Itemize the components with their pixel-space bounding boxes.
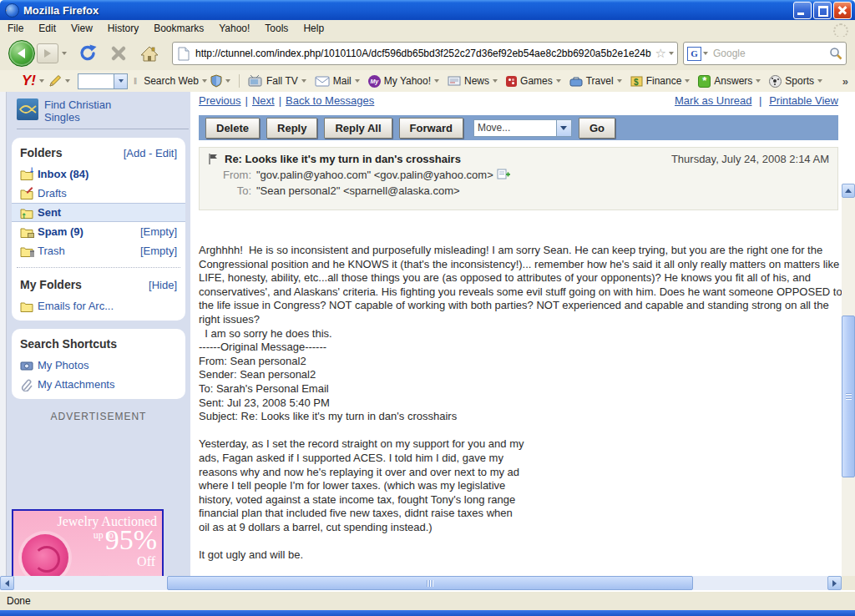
close-button[interactable] (833, 2, 852, 19)
my-yahoo-dropdown-icon[interactable] (434, 79, 439, 83)
folders-title: Folders (20, 146, 63, 159)
my-folders-hide-link[interactable]: [Hide] (149, 279, 177, 291)
home-icon (139, 45, 159, 63)
address-input[interactable] (194, 47, 653, 60)
url-dropdown-icon[interactable] (669, 52, 674, 55)
move-dropdown-icon[interactable] (556, 120, 571, 136)
toolbar-item-news[interactable]: News (448, 75, 498, 87)
previous-link[interactable]: Previous (199, 94, 241, 107)
sidebar-item-spam[interactable]: Spam (9) [Empty] (12, 222, 185, 241)
title-bar: Mozilla Firefox (0, 0, 855, 20)
find-christian-singles-link[interactable]: Find Christian Singles (7, 92, 190, 129)
mark-as-unread-link[interactable]: Mark as Unread (675, 94, 751, 107)
shield-dropdown-icon[interactable] (225, 79, 230, 83)
minimize-button[interactable] (793, 2, 812, 19)
toolbar-item-answers[interactable]: * Answers (698, 75, 761, 88)
menu-bar: File Edit View History Bookmarks Yahoo! … (0, 20, 855, 38)
vertical-scroll-thumb[interactable] (842, 316, 855, 477)
forward-button-mail[interactable]: Forward (399, 118, 463, 139)
scroll-left-button[interactable] (0, 576, 14, 590)
yahoo-menu-dropdown-icon[interactable] (39, 79, 44, 83)
sidebar-item-inbox[interactable]: ↓ Inbox (84) (12, 164, 185, 184)
reload-button[interactable] (78, 43, 98, 63)
toolbar-search-input[interactable] (78, 73, 128, 89)
pencil-dropdown-icon[interactable] (65, 79, 70, 83)
message-subject: Re: Looks like it's my turn in dan's cro… (225, 153, 461, 165)
toolbar-item-sports[interactable]: Sports (769, 75, 822, 88)
restore-button[interactable] (813, 2, 832, 19)
reply-all-button[interactable]: Reply All (324, 118, 392, 139)
games-dropdown-icon[interactable] (556, 79, 561, 83)
spam-empty-link[interactable]: [Empty] (140, 225, 177, 238)
google-engine-icon[interactable]: G (687, 47, 701, 61)
home-button[interactable] (139, 45, 159, 63)
menu-history[interactable]: History (100, 21, 146, 36)
scroll-right-button[interactable] (827, 576, 842, 590)
delete-button[interactable]: Delete (205, 118, 260, 139)
message-from: "gov.palin@yahoo.com" <gov.palin@yahoo.c… (256, 169, 493, 181)
sidebar-item-sent[interactable]: ↑ Sent (12, 203, 185, 222)
web-search-input[interactable] (711, 47, 829, 60)
engine-dropdown-icon[interactable] (703, 52, 708, 55)
trash-empty-link[interactable]: [Empty] (140, 245, 177, 257)
compose-pencil-button[interactable] (48, 74, 70, 88)
toolbar-item-my-yahoo[interactable]: My My Yahoo! (368, 75, 439, 88)
vertical-scrollbar[interactable] (842, 184, 855, 616)
travel-dropdown-icon[interactable] (617, 79, 622, 83)
toolbar-item-games[interactable]: Games (506, 75, 561, 87)
message-to: "Sean personal2" <sparnell@alaska.com> (256, 184, 460, 197)
move-select[interactable]: Move... (473, 119, 572, 137)
add-contact-icon[interactable] (497, 169, 511, 180)
news-dropdown-icon[interactable] (493, 79, 498, 83)
mail-dropdown-icon[interactable] (355, 79, 360, 83)
horizontal-scrollbar[interactable] (0, 576, 842, 590)
menu-bookmarks[interactable]: Bookmarks (146, 21, 211, 36)
page-content: Find Christian Singles Folders [Add - Ed… (0, 92, 855, 576)
menu-yahoo[interactable]: Yahoo! (211, 21, 257, 36)
magnifier-icon[interactable] (829, 47, 842, 60)
toolbar-splitter-handle[interactable]: ‖ (134, 77, 137, 86)
menu-tools[interactable]: Tools (257, 21, 296, 36)
stop-button[interactable] (109, 44, 128, 63)
back-button[interactable] (8, 40, 35, 67)
printable-view-link[interactable]: Printable View (769, 94, 838, 107)
next-link[interactable]: Next (252, 94, 275, 107)
search-web-dropdown-icon[interactable] (202, 79, 207, 83)
toolbar-item-finance[interactable]: $ Finance (630, 75, 691, 87)
search-shortcuts-panel: Search Shortcuts My Photos My Attachment… (12, 329, 185, 399)
sidebar-item-trash[interactable]: Trash [Empty] (12, 241, 185, 260)
menu-file[interactable]: File (0, 21, 31, 36)
folders-add-edit-link[interactable]: [Add - Edit] (124, 147, 177, 159)
finance-dropdown-icon[interactable] (685, 79, 690, 83)
answers-dropdown-icon[interactable] (756, 79, 761, 83)
toolbar-item-travel[interactable]: Travel (569, 75, 622, 87)
sidebar-item-my-attachments[interactable]: My Attachments (12, 375, 185, 394)
forward-button[interactable] (37, 43, 58, 63)
menu-edit[interactable]: Edit (31, 21, 63, 36)
status-bar: Done (0, 590, 855, 611)
scroll-up-button[interactable] (842, 184, 855, 198)
toolbar-search-dropdown-icon[interactable] (114, 74, 127, 88)
yahoo-logo[interactable]: Y! (22, 73, 36, 89)
toolbar-item-mail[interactable]: Mail (315, 75, 360, 87)
finance-icon: $ (630, 76, 643, 87)
history-dropdown-icon[interactable] (62, 52, 67, 55)
go-button[interactable]: Go (579, 118, 615, 139)
drafts-folder-icon (20, 188, 33, 199)
search-box: G (683, 42, 847, 65)
sidebar-item-emails-for-arc[interactable]: Emails for Arc... (12, 296, 185, 316)
search-web-button[interactable]: Search Web (144, 74, 230, 88)
menu-help[interactable]: Help (296, 21, 331, 36)
back-to-messages-link[interactable]: Back to Messages (286, 94, 374, 107)
toolbar-item-fall-tv[interactable]: Fall TV (248, 74, 306, 88)
bookmark-star-icon[interactable]: ☆ (655, 46, 666, 61)
sports-dropdown-icon[interactable] (817, 79, 822, 83)
sidebar-item-drafts[interactable]: Drafts (12, 184, 185, 203)
shield-icon[interactable] (210, 74, 222, 88)
toolbar-overflow-chevron[interactable]: » (842, 75, 848, 88)
reply-button[interactable]: Reply (266, 118, 317, 139)
menu-view[interactable]: View (63, 21, 100, 36)
horizontal-scroll-thumb[interactable] (167, 576, 693, 590)
fall-tv-dropdown-icon[interactable] (301, 79, 306, 83)
sidebar-item-my-photos[interactable]: My Photos (12, 356, 185, 375)
